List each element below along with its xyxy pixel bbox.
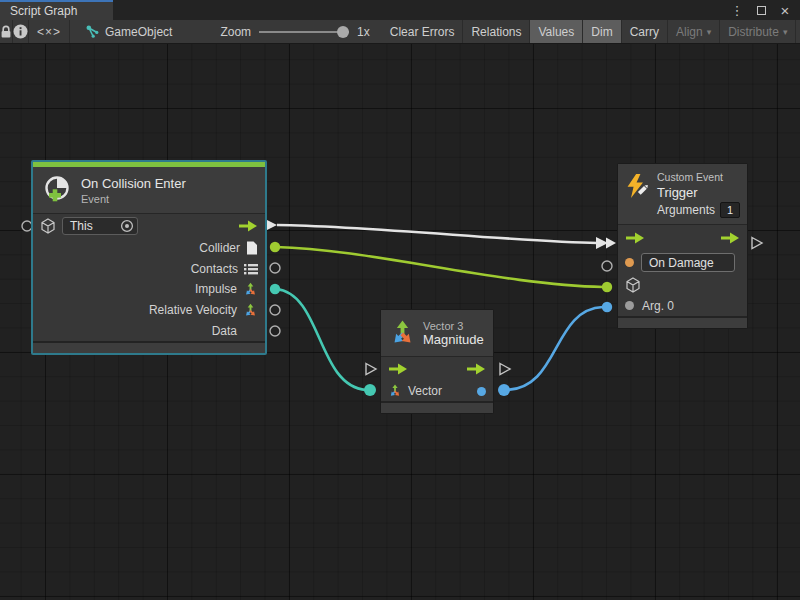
- info-icon: [13, 24, 28, 39]
- node-subtitle: Event: [81, 193, 186, 205]
- flow-arrow-icon: [466, 363, 486, 375]
- port-label-collider: Collider: [199, 241, 240, 255]
- event-name-field[interactable]: On Damage: [641, 253, 735, 272]
- code-view-button[interactable]: <×>: [29, 20, 70, 43]
- port-label-data: Data: [212, 324, 237, 338]
- port-oce-impulse[interactable]: [270, 284, 280, 294]
- port-ce-arg0-in[interactable]: [602, 302, 612, 312]
- graph-toolbar: <×> GameObject Zoom 1x Clear Errors Rela…: [0, 20, 800, 44]
- zoom-slider-handle[interactable]: [337, 26, 349, 38]
- node-footer: [33, 343, 265, 353]
- zoom-value: 1x: [357, 25, 370, 39]
- list-icon: [244, 263, 258, 275]
- distribute-button[interactable]: Distribute ▾: [720, 20, 796, 43]
- node-footer: [381, 403, 493, 413]
- graph-icon: [86, 25, 99, 38]
- node-title: On Collision Enter: [81, 176, 186, 191]
- node-title: Trigger: [657, 185, 740, 200]
- vector3-icon: [243, 303, 258, 318]
- port-label-relative-velocity: Relative Velocity: [149, 303, 237, 317]
- align-button[interactable]: Align ▾: [668, 20, 720, 43]
- carry-toggle[interactable]: Carry: [622, 20, 668, 43]
- vector3-icon: [390, 320, 415, 347]
- target-field[interactable]: This: [62, 217, 138, 235]
- arguments-label: Arguments: [657, 203, 715, 217]
- dim-toggle[interactable]: Dim: [583, 20, 621, 43]
- port-oce-contacts[interactable]: [270, 263, 280, 273]
- port-oce-data[interactable]: [270, 326, 280, 336]
- wire-flow: [277, 225, 597, 243]
- tab-script-graph[interactable]: Script Graph: [0, 0, 113, 20]
- menu-icon[interactable]: ⋮: [728, 1, 746, 19]
- port-vec-flow-out[interactable]: [500, 364, 510, 375]
- flow-arrow-icon: [720, 232, 740, 244]
- port-vec-flow-in[interactable]: [366, 364, 376, 375]
- document-icon: [246, 241, 258, 255]
- port-label-arg0: Arg. 0: [642, 299, 674, 313]
- port-arg0-inner[interactable]: [625, 301, 634, 310]
- window-controls: ⋮ ×: [728, 0, 800, 20]
- port-ce-flow-out[interactable]: [752, 238, 762, 249]
- collision-event-icon: [42, 175, 72, 205]
- lock-icon: [0, 25, 12, 39]
- port-label-impulse: Impulse: [195, 282, 237, 296]
- port-oce-collider[interactable]: [270, 242, 280, 252]
- port-oce-flow-out[interactable]: [266, 220, 277, 231]
- node-vector3-magnitude[interactable]: Vector 3 Magnitude: [380, 309, 494, 414]
- vector3-icon: [243, 282, 258, 297]
- lock-button[interactable]: [0, 20, 13, 43]
- close-icon[interactable]: ×: [776, 1, 794, 19]
- graph-canvas[interactable]: On Collision Enter Event This: [0, 44, 800, 600]
- node-category: Custom Event: [657, 171, 740, 183]
- port-vec-magnitude-out[interactable]: [498, 384, 510, 396]
- maximize-glyph: [757, 6, 766, 15]
- flow-arrow-icon: [388, 363, 408, 375]
- port-magnitude-inner[interactable]: [477, 387, 486, 396]
- wire-collider-target: [276, 247, 603, 287]
- gameobject-cube-icon: [40, 218, 56, 234]
- wire-magnitude-arg0: [506, 307, 603, 390]
- maximize-icon[interactable]: [752, 1, 770, 19]
- clear-errors-button[interactable]: Clear Errors: [382, 20, 464, 43]
- caret-down-icon: ▾: [707, 27, 712, 37]
- arguments-field[interactable]: 1: [720, 202, 740, 218]
- zoom-control: Zoom 1x: [186, 20, 381, 43]
- port-label-vector: Vector: [408, 384, 442, 398]
- node-custom-event-trigger[interactable]: Custom Event Trigger Arguments 1: [617, 163, 748, 329]
- port-ce-flow-in[interactable]: [606, 238, 616, 249]
- node-category: Vector 3: [423, 320, 484, 332]
- zoom-slider[interactable]: [259, 25, 349, 39]
- values-toggle[interactable]: Values: [530, 20, 583, 43]
- wire-impulse-vector: [276, 289, 366, 390]
- port-label-contacts: Contacts: [191, 262, 238, 276]
- gameobject-label: GameObject: [105, 25, 172, 39]
- tab-bar: Script Graph ⋮ ×: [0, 0, 800, 20]
- zoom-label: Zoom: [220, 25, 251, 39]
- relations-button[interactable]: Relations: [463, 20, 530, 43]
- node-footer: [618, 318, 747, 328]
- caret-down-icon: ▾: [783, 27, 788, 37]
- inspect-button[interactable]: [13, 20, 29, 43]
- zoom-slider-track[interactable]: [259, 31, 349, 33]
- overview-button[interactable]: Overview: [796, 20, 800, 43]
- custom-event-icon: [625, 171, 649, 201]
- port-name-inner[interactable]: [625, 258, 634, 267]
- port-ce-target-in[interactable]: [602, 282, 612, 292]
- port-oce-relative-velocity[interactable]: [270, 305, 280, 315]
- unity-visual-scripting-window: Script Graph ⋮ × <×>: [0, 0, 800, 600]
- vector3-icon: [388, 384, 402, 398]
- node-on-collision-enter[interactable]: On Collision Enter Event This: [31, 160, 267, 355]
- flow-arrow-icon: [625, 232, 645, 244]
- tab-title: Script Graph: [10, 4, 77, 18]
- gameobject-cube-icon: [625, 277, 641, 293]
- port-vec-vector-in[interactable]: [364, 384, 376, 396]
- port-ce-name-in[interactable]: [602, 261, 612, 271]
- node-title: Magnitude: [423, 332, 484, 347]
- flow-arrow-icon: [238, 220, 258, 232]
- gameobject-context[interactable]: GameObject: [70, 20, 186, 43]
- object-picker-icon[interactable]: [120, 219, 134, 233]
